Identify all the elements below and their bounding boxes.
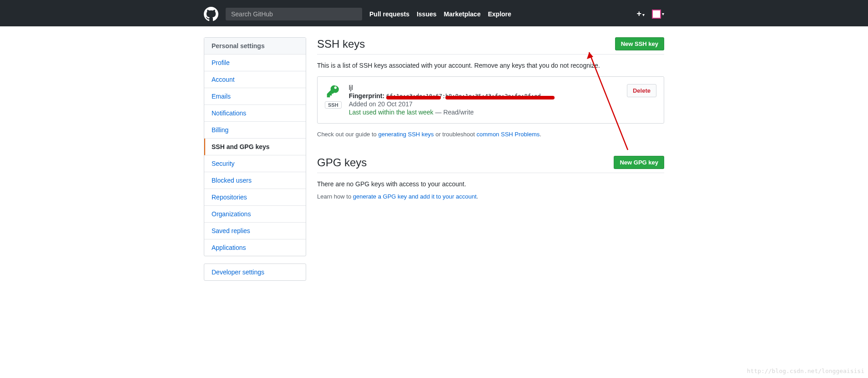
ssh-heading: SSH keys (317, 38, 615, 50)
key-added-date: Added on 20 Oct 2017 (349, 100, 627, 108)
key-fingerprint: Fingerprint: 6f:1e:c3:de:10:67:b8:9e:1e:… (349, 92, 627, 99)
sidebar-item-organizations[interactable]: Organizations (204, 206, 306, 223)
redaction-mark (386, 96, 441, 99)
caret-down-icon: ▾ (662, 11, 664, 16)
plus-icon: + (636, 9, 641, 18)
user-menu[interactable]: ▾ (652, 10, 664, 19)
sidebar-item-blocked-users[interactable]: Blocked users (204, 172, 306, 189)
nav-explore[interactable]: Explore (488, 10, 511, 18)
personal-settings-menu: Personal settings Profile Account Emails… (204, 37, 306, 256)
new-gpg-key-button[interactable]: New GPG key (614, 156, 664, 169)
gpg-heading: GPG keys (317, 156, 614, 169)
ssh-guide-text: Check out our guide to generating SSH ke… (317, 131, 664, 138)
sidebar-item-profile[interactable]: Profile (204, 55, 306, 71)
key-title: ljl (349, 84, 627, 91)
ssh-description: This is a list of SSH keys associated wi… (317, 62, 664, 69)
nav-pull-requests[interactable]: Pull requests (369, 10, 409, 18)
new-menu[interactable]: +▾ (636, 9, 645, 19)
generating-ssh-keys-link[interactable]: generating SSH keys (378, 131, 434, 138)
header: Pull requests Issues Marketplace Explore… (0, 1, 868, 26)
sidebar-item-notifications[interactable]: Notifications (204, 105, 306, 122)
caret-down-icon: ▾ (642, 12, 645, 17)
nav-issues[interactable]: Issues (417, 10, 437, 18)
delete-key-button[interactable]: Delete (627, 84, 656, 97)
ssh-badge: SSH (325, 101, 342, 109)
github-logo-icon[interactable] (204, 7, 218, 21)
gpg-learn-text: Learn how to generate a GPG key and add … (317, 193, 664, 200)
gpg-empty-text: There are no GPG keys with access to you… (317, 180, 664, 188)
sidebar-item-ssh-gpg[interactable]: SSH and GPG keys (204, 139, 306, 155)
search-input[interactable] (226, 8, 362, 20)
generate-gpg-key-link[interactable]: generate a GPG key and add it to your ac… (353, 193, 477, 200)
avatar (652, 10, 661, 19)
sidebar-item-account[interactable]: Account (204, 71, 306, 88)
sidebar-item-repositories[interactable]: Repositories (204, 189, 306, 206)
redaction-mark (445, 96, 555, 99)
sidebar-item-security[interactable]: Security (204, 155, 306, 172)
sidebar-item-emails[interactable]: Emails (204, 88, 306, 105)
ssh-key-item: SSH ljl Fingerprint: 6f:1e:c3:de:10:67:b… (317, 76, 664, 124)
secondary-menu: Developer settings (204, 264, 306, 281)
key-icon (326, 84, 340, 99)
sidebar-item-saved-replies[interactable]: Saved replies (204, 223, 306, 239)
common-ssh-problems-link[interactable]: common SSH Problems (477, 131, 540, 138)
key-last-used: Last used within the last week — Read/wr… (349, 109, 627, 116)
menu-heading: Personal settings (204, 38, 306, 55)
sidebar-item-applications[interactable]: Applications (204, 239, 306, 256)
sidebar-item-billing[interactable]: Billing (204, 122, 306, 139)
sidebar-item-developer-settings[interactable]: Developer settings (204, 264, 306, 280)
new-ssh-key-button[interactable]: New SSH key (615, 37, 664, 50)
nav-marketplace[interactable]: Marketplace (444, 10, 481, 18)
